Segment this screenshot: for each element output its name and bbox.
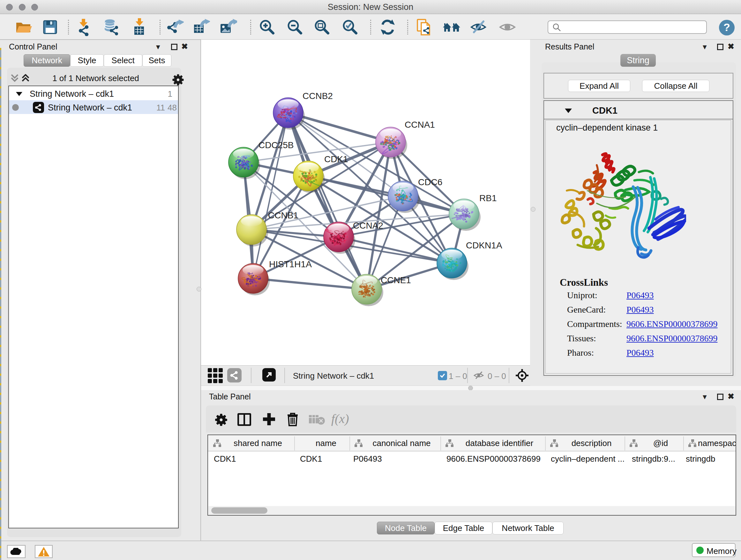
svg-text:HIST1H1A: HIST1H1A bbox=[269, 259, 312, 269]
svg-text:CDC25B: CDC25B bbox=[259, 140, 293, 150]
svg-text:CCNE1: CCNE1 bbox=[381, 275, 411, 285]
svg-text:CDKN1A: CDKN1A bbox=[466, 240, 502, 250]
svg-text:CCNB1: CCNB1 bbox=[268, 210, 298, 220]
svg-text:CCNA1: CCNA1 bbox=[405, 120, 435, 130]
svg-text:RB1: RB1 bbox=[479, 193, 496, 203]
svg-text:CDC6: CDC6 bbox=[418, 177, 442, 187]
svg-text:CCNA2: CCNA2 bbox=[353, 221, 383, 231]
svg-text:CDK1: CDK1 bbox=[324, 154, 348, 164]
svg-text:CCNB2: CCNB2 bbox=[302, 91, 333, 101]
